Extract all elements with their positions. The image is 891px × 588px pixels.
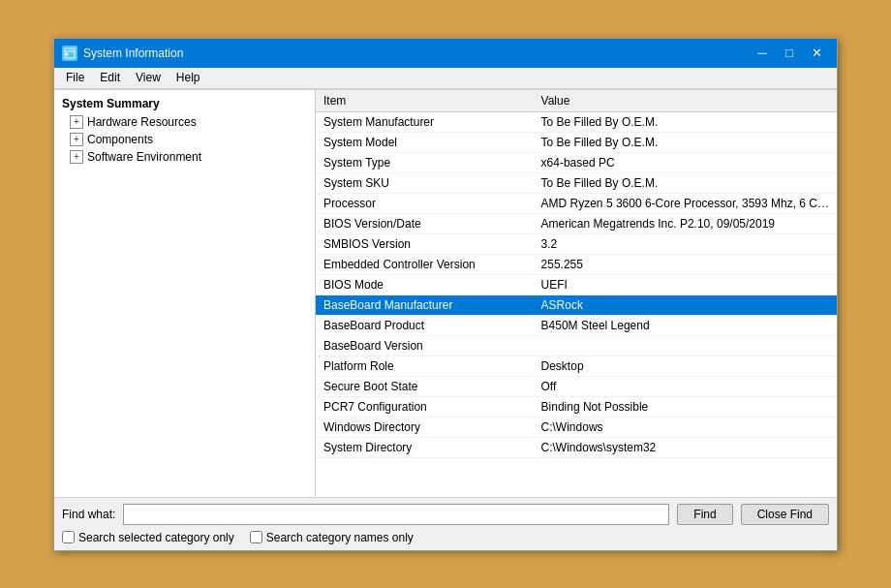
content-area: System Summary + Hardware Resources + Co… <box>54 89 837 497</box>
table-row[interactable]: System ManufacturerTo Be Filled By O.E.M… <box>316 111 837 132</box>
table-cell-item: Processor <box>316 193 534 213</box>
table-cell-value: ASRock <box>534 294 837 315</box>
sidebar-item-software-environment[interactable]: + Software Environment <box>54 148 315 166</box>
checkbox-row: Search selected category only Search cat… <box>62 531 829 544</box>
search-selected-category-label[interactable]: Search selected category only <box>62 531 234 544</box>
table-cell-value: 3.2 <box>534 233 837 254</box>
find-row: Find what: Find Close Find <box>62 504 829 525</box>
expand-icon-software: + <box>70 150 83 164</box>
table-cell-item: BIOS Version/Date <box>316 213 534 233</box>
table-cell-value: American Megatrends Inc. P2.10, 09/05/20… <box>534 213 837 233</box>
title-bar: System Information ─ □ ✕ <box>54 39 837 68</box>
table-cell-value <box>534 335 837 356</box>
table-cell-item: PCR7 Configuration <box>316 396 534 417</box>
table-cell-value: Binding Not Possible <box>534 396 837 417</box>
minimize-button[interactable]: ─ <box>750 44 775 63</box>
search-selected-category-checkbox[interactable] <box>62 531 75 543</box>
table-cell-value: To Be Filled By O.E.M. <box>534 132 837 152</box>
menu-help[interactable]: Help <box>169 68 208 88</box>
col-value-header: Value <box>534 90 837 112</box>
sidebar-item-components[interactable]: + Components <box>54 131 315 148</box>
table-cell-value: C:\Windows <box>534 417 837 437</box>
table-cell-value: x64-based PC <box>534 152 837 172</box>
table-cell-item: BaseBoard Version <box>316 335 534 356</box>
menu-view[interactable]: View <box>128 68 169 88</box>
window-controls: ─ □ ✕ <box>750 44 829 63</box>
table-cell-item: System Model <box>316 132 534 152</box>
menu-edit[interactable]: Edit <box>92 68 128 88</box>
sidebar-root-item[interactable]: System Summary <box>54 94 315 113</box>
app-icon <box>62 46 77 61</box>
table-row[interactable]: BaseBoard ProductB450M Steel Legend <box>316 315 837 335</box>
expand-icon-hardware: + <box>70 115 83 129</box>
table-cell-value: To Be Filled By O.E.M. <box>534 172 837 193</box>
find-area: Find what: Find Close Find Search select… <box>54 497 837 550</box>
data-table-scroll[interactable]: Item Value System ManufacturerTo Be Fill… <box>316 90 837 497</box>
table-cell-value: Desktop <box>534 356 837 376</box>
table-cell-item: BaseBoard Manufacturer <box>316 294 534 315</box>
table-row[interactable]: System Typex64-based PC <box>316 152 837 172</box>
menu-file[interactable]: File <box>58 68 92 88</box>
table-row[interactable]: System SKUTo Be Filled By O.E.M. <box>316 172 837 193</box>
search-category-names-checkbox[interactable] <box>250 531 262 543</box>
data-table: Item Value System ManufacturerTo Be Fill… <box>316 90 837 458</box>
table-cell-item: System Manufacturer <box>316 111 534 132</box>
table-cell-item: Secure Boot State <box>316 376 534 396</box>
maximize-button[interactable]: □ <box>777 44 802 63</box>
find-button[interactable]: Find <box>677 504 732 525</box>
table-cell-value: To Be Filled By O.E.M. <box>534 111 837 132</box>
table-cell-value: Off <box>534 376 837 396</box>
window-title: System Information <box>83 46 750 60</box>
table-row[interactable]: BaseBoard ManufacturerASRock <box>316 294 837 315</box>
close-find-button[interactable]: Close Find <box>741 504 829 525</box>
find-label: Find what: <box>62 508 115 521</box>
table-row[interactable]: Windows DirectoryC:\Windows <box>316 417 837 437</box>
table-cell-item: BIOS Mode <box>316 274 534 294</box>
table-cell-value: UEFI <box>534 274 837 294</box>
table-cell-item: Windows Directory <box>316 417 534 437</box>
table-cell-item: SMBIOS Version <box>316 233 534 254</box>
table-row[interactable]: System ModelTo Be Filled By O.E.M. <box>316 132 837 152</box>
find-input[interactable] <box>123 504 669 525</box>
sidebar-item-hardware-resources[interactable]: + Hardware Resources <box>54 113 315 131</box>
table-row[interactable]: Secure Boot StateOff <box>316 376 837 396</box>
table-cell-value: AMD Ryzen 5 3600 6-Core Processor, 3593 … <box>534 193 837 213</box>
close-button[interactable]: ✕ <box>804 44 829 63</box>
table-cell-item: System SKU <box>316 172 534 193</box>
table-row[interactable]: PCR7 ConfigurationBinding Not Possible <box>316 396 837 417</box>
sidebar: System Summary + Hardware Resources + Co… <box>54 90 316 497</box>
table-row[interactable]: BIOS Version/DateAmerican Megatrends Inc… <box>316 213 837 233</box>
table-row[interactable]: Platform RoleDesktop <box>316 356 837 376</box>
search-category-names-label[interactable]: Search category names only <box>250 531 414 544</box>
table-row[interactable]: SMBIOS Version3.2 <box>316 233 837 254</box>
menu-bar: File Edit View Help <box>54 68 837 89</box>
table-cell-item: System Directory <box>316 437 534 457</box>
table-row[interactable]: ProcessorAMD Ryzen 5 3600 6-Core Process… <box>316 193 837 213</box>
table-cell-value: B450M Steel Legend <box>534 315 837 335</box>
expand-icon-components: + <box>70 133 83 146</box>
table-row[interactable]: BIOS ModeUEFI <box>316 274 837 294</box>
system-information-window: System Information ─ □ ✕ File Edit View … <box>53 38 838 551</box>
table-row[interactable]: System DirectoryC:\Windows\system32 <box>316 437 837 457</box>
table-cell-item: System Type <box>316 152 534 172</box>
main-panel: Item Value System ManufacturerTo Be Fill… <box>316 90 837 497</box>
table-row[interactable]: Embedded Controller Version255.255 <box>316 254 837 274</box>
table-cell-item: Embedded Controller Version <box>316 254 534 274</box>
table-cell-item: Platform Role <box>316 356 534 376</box>
table-cell-item: BaseBoard Product <box>316 315 534 335</box>
col-item-header: Item <box>316 90 534 112</box>
table-cell-value: C:\Windows\system32 <box>534 437 837 457</box>
table-cell-value: 255.255 <box>534 254 837 274</box>
table-row[interactable]: BaseBoard Version <box>316 335 837 356</box>
svg-point-2 <box>66 52 69 55</box>
